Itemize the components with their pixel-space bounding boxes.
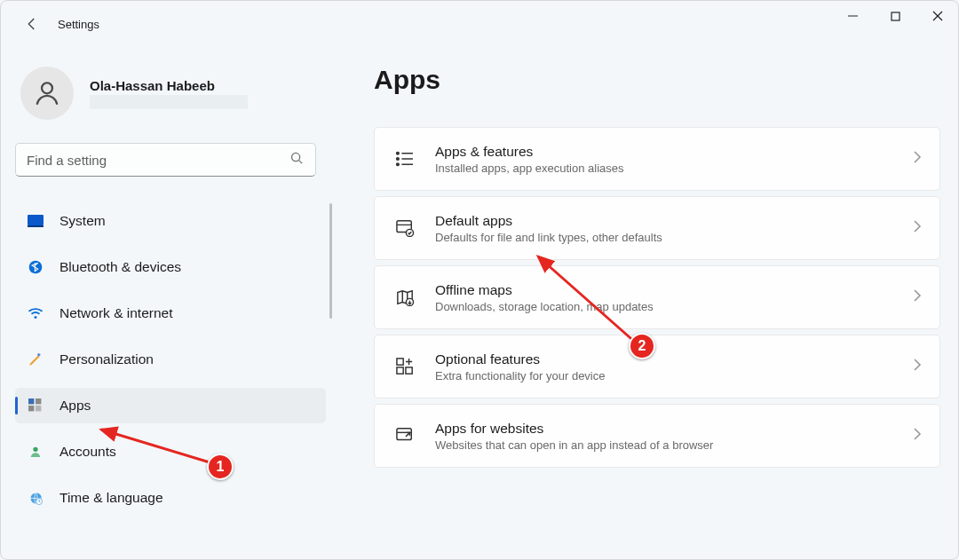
- default-apps-icon: [394, 219, 416, 237]
- svg-point-16: [33, 447, 37, 452]
- minimize-button[interactable]: [832, 1, 873, 31]
- chevron-right-icon: [913, 427, 922, 445]
- sidebar-item-label: Personalization: [59, 351, 154, 367]
- search-icon: [289, 151, 305, 170]
- search-input[interactable]: [27, 153, 289, 168]
- sidebar-item-personalization[interactable]: Personalization: [15, 342, 326, 377]
- maximize-button[interactable]: [875, 1, 915, 31]
- bluetooth-icon: [28, 260, 44, 274]
- svg-point-19: [397, 152, 400, 154]
- svg-point-21: [397, 158, 400, 161]
- sidebar-item-apps[interactable]: Apps: [15, 388, 326, 423]
- sidebar-item-label: Time & language: [59, 490, 163, 506]
- time-language-icon: [28, 491, 44, 506]
- card-title: Apps for websites: [435, 421, 893, 437]
- optional-features-icon: [394, 358, 416, 375]
- svg-point-23: [397, 163, 400, 166]
- chevron-right-icon: [913, 288, 922, 306]
- sidebar-item-time-language[interactable]: Time & language: [15, 480, 326, 516]
- card-title: Apps & features: [435, 144, 893, 160]
- sidebar-item-label: Bluetooth & devices: [59, 259, 181, 275]
- svg-rect-12: [28, 398, 34, 404]
- svg-point-5: [291, 153, 299, 161]
- map-icon: [394, 288, 416, 306]
- sidebar-item-label: Accounts: [59, 444, 116, 460]
- sidebar-item-label: System: [59, 213, 106, 229]
- avatar[interactable]: [20, 67, 74, 120]
- user-email-placeholder: [90, 95, 248, 109]
- personalization-icon: [28, 351, 44, 367]
- page-title: Apps: [374, 65, 940, 95]
- system-icon: [28, 215, 44, 227]
- sidebar-item-system[interactable]: System: [15, 203, 326, 239]
- card-offline-maps[interactable]: Offline maps Downloads, storage location…: [374, 265, 940, 329]
- chevron-right-icon: [913, 150, 922, 168]
- card-subtitle: Installed apps, app execution aliases: [435, 162, 893, 175]
- chevron-right-icon: [913, 358, 922, 375]
- svg-point-4: [42, 83, 52, 93]
- card-title: Default apps: [435, 213, 893, 229]
- card-subtitle: Extra functionality for your device: [435, 369, 893, 383]
- svg-point-10: [35, 316, 37, 319]
- svg-rect-14: [28, 406, 34, 411]
- svg-rect-31: [406, 367, 412, 374]
- window-title: Settings: [58, 18, 99, 31]
- svg-rect-8: [28, 225, 44, 227]
- svg-rect-29: [397, 359, 403, 365]
- svg-rect-15: [36, 406, 41, 411]
- sidebar-item-label: Network & internet: [59, 305, 173, 321]
- back-button[interactable]: [19, 11, 45, 37]
- svg-rect-7: [28, 215, 44, 225]
- svg-line-6: [299, 160, 303, 163]
- sidebar-scroll-indicator[interactable]: [329, 203, 332, 319]
- chevron-right-icon: [913, 219, 922, 237]
- card-subtitle: Websites that can open in an app instead…: [435, 438, 893, 452]
- card-apps-and-features[interactable]: Apps & features Installed apps, app exec…: [374, 127, 940, 191]
- list-icon: [394, 151, 416, 167]
- search-box[interactable]: [15, 143, 316, 177]
- svg-rect-11: [37, 353, 41, 357]
- svg-rect-1: [892, 12, 900, 20]
- apps-icon: [28, 398, 44, 413]
- accounts-icon: [28, 445, 44, 459]
- svg-rect-30: [397, 367, 403, 374]
- user-name: Ola-Hassan Habeeb: [90, 78, 248, 93]
- sidebar-item-network[interactable]: Network & internet: [15, 296, 326, 331]
- card-subtitle: Defaults for file and link types, other …: [435, 231, 893, 244]
- card-title: Optional features: [435, 351, 893, 367]
- annotation-badge-1: 1: [207, 454, 234, 480]
- card-default-apps[interactable]: Default apps Defaults for file and link …: [374, 196, 940, 260]
- sidebar-item-accounts[interactable]: Accounts: [15, 434, 326, 469]
- card-optional-features[interactable]: Optional features Extra functionality fo…: [374, 335, 940, 398]
- card-apps-for-websites[interactable]: Apps for websites Websites that can open…: [374, 404, 940, 468]
- card-title: Offline maps: [435, 282, 893, 298]
- close-button[interactable]: [917, 1, 958, 31]
- sidebar-item-bluetooth[interactable]: Bluetooth & devices: [15, 249, 326, 285]
- apps-websites-icon: [394, 427, 416, 445]
- card-subtitle: Downloads, storage location, map updates: [435, 300, 893, 313]
- wifi-icon: [28, 307, 44, 319]
- svg-rect-13: [36, 398, 41, 404]
- annotation-badge-2: 2: [629, 333, 655, 359]
- sidebar-item-label: Apps: [59, 398, 91, 414]
